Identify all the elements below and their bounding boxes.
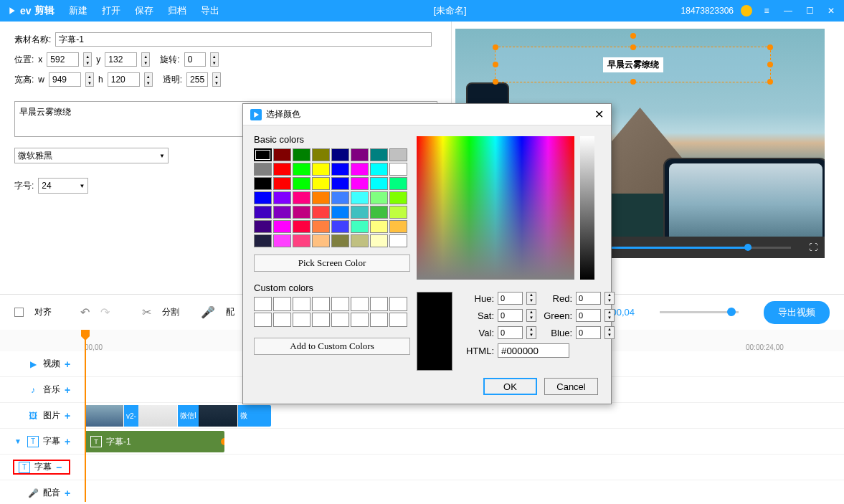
custom-color-slot[interactable] [273, 297, 291, 311]
h-input[interactable] [108, 72, 140, 87]
color-gradient[interactable] [417, 136, 574, 280]
menu-open[interactable]: 打开 [102, 4, 120, 17]
color-swatch[interactable] [312, 148, 330, 161]
redo-button[interactable]: ↷ [100, 305, 110, 319]
menu-archive[interactable]: 归档 [168, 4, 186, 17]
val-spinner[interactable]: ▲▼ [526, 326, 536, 339]
custom-color-slot[interactable] [331, 313, 349, 327]
vip-icon[interactable] [741, 5, 752, 16]
h-spinner[interactable]: ▲▼ [144, 72, 153, 87]
color-swatch[interactable] [312, 234, 330, 247]
custom-color-slot[interactable] [312, 313, 330, 327]
remove-track-button[interactable]: − [56, 462, 62, 473]
custom-color-slot[interactable] [293, 297, 310, 311]
custom-color-slot[interactable] [370, 297, 388, 311]
color-swatch[interactable] [370, 234, 388, 247]
color-swatch[interactable] [331, 163, 349, 176]
custom-color-slot[interactable] [293, 313, 310, 327]
custom-color-slot[interactable] [254, 297, 272, 311]
cancel-button[interactable]: Cancel [544, 378, 598, 395]
fullscreen-button[interactable]: ⛶ [809, 242, 817, 252]
menu-save[interactable]: 保存 [135, 4, 153, 17]
color-swatch[interactable] [331, 220, 349, 233]
sat-spinner[interactable]: ▲▼ [526, 309, 536, 322]
color-swatch[interactable] [389, 234, 407, 247]
color-swatch[interactable] [370, 206, 388, 219]
rotate-handle[interactable] [630, 33, 636, 39]
custom-color-slot[interactable] [254, 313, 272, 327]
color-swatch[interactable] [293, 206, 310, 219]
color-swatch[interactable] [351, 177, 369, 190]
color-swatch[interactable] [254, 191, 272, 204]
color-swatch[interactable] [293, 234, 310, 247]
green-spinner[interactable]: ▲▼ [604, 309, 615, 322]
color-swatch[interactable] [293, 177, 310, 190]
color-swatch[interactable] [312, 191, 330, 204]
dialog-close-button[interactable]: ✕ [594, 108, 604, 121]
menu-export[interactable]: 导出 [201, 4, 219, 17]
playhead[interactable] [85, 330, 86, 502]
zoom-slider[interactable] [660, 311, 739, 313]
custom-color-slot[interactable] [351, 313, 369, 327]
color-swatch[interactable] [312, 177, 330, 190]
color-swatch[interactable] [370, 177, 388, 190]
color-swatch[interactable] [273, 163, 291, 176]
resize-handle[interactable] [767, 79, 773, 85]
red-spinner[interactable]: ▲▼ [604, 292, 615, 305]
resize-handle[interactable] [493, 62, 498, 67]
color-swatch[interactable] [331, 206, 349, 219]
image-clip[interactable]: v2- 微信I 微 [85, 405, 271, 427]
add-track-button[interactable]: + [65, 488, 70, 499]
color-swatch[interactable] [351, 234, 369, 247]
resize-handle[interactable] [493, 79, 498, 85]
color-swatch[interactable] [312, 163, 330, 176]
custom-color-slot[interactable] [312, 297, 330, 311]
x-input[interactable] [47, 52, 79, 67]
blue-input[interactable] [576, 326, 601, 339]
color-swatch[interactable] [370, 148, 388, 161]
y-input[interactable] [105, 52, 137, 67]
color-swatch[interactable] [351, 191, 369, 204]
add-track-button[interactable]: + [65, 384, 70, 396]
custom-color-slot[interactable] [273, 313, 291, 327]
maximize-button[interactable]: ☐ [802, 4, 817, 18]
blue-spinner[interactable]: ▲▼ [604, 326, 615, 339]
custom-color-slot[interactable] [351, 297, 369, 311]
alpha-spinner[interactable]: ▲▼ [212, 72, 221, 87]
font-combo[interactable]: 微软雅黑▼ [14, 148, 169, 163]
color-swatch[interactable] [351, 220, 369, 233]
resize-handle[interactable] [767, 44, 773, 50]
align-checkbox[interactable] [14, 308, 24, 317]
undo-button[interactable]: ↶ [80, 305, 90, 319]
color-swatch[interactable] [331, 234, 349, 247]
color-swatch[interactable] [331, 191, 349, 204]
color-swatch[interactable] [389, 206, 407, 219]
sat-input[interactable] [498, 309, 523, 322]
color-swatch[interactable] [370, 220, 388, 233]
color-swatch[interactable] [370, 191, 388, 204]
resize-handle[interactable] [630, 79, 636, 85]
html-input[interactable] [498, 343, 569, 358]
custom-color-slot[interactable] [331, 297, 349, 311]
resize-handle[interactable] [493, 44, 498, 50]
add-track-button[interactable]: + [65, 410, 70, 422]
color-swatch[interactable] [254, 163, 272, 176]
subtitle-overlay[interactable]: 早晨云雾缭绕 [495, 47, 771, 82]
add-track-button[interactable]: + [65, 358, 70, 370]
val-input[interactable] [498, 326, 523, 339]
color-swatch[interactable] [389, 191, 407, 204]
w-spinner[interactable]: ▲▼ [85, 72, 94, 87]
hue-input[interactable] [498, 292, 523, 305]
color-swatch[interactable] [254, 220, 272, 233]
menu-icon[interactable]: ≡ [759, 4, 774, 18]
dialog-titlebar[interactable]: 选择颜色 ✕ [243, 104, 611, 125]
color-swatch[interactable] [254, 148, 272, 161]
resize-handle[interactable] [767, 62, 773, 67]
close-button[interactable]: ✕ [824, 4, 838, 18]
mic-icon[interactable]: 🎤 [201, 305, 215, 319]
add-custom-color-button[interactable]: Add to Custom Colors [254, 338, 410, 355]
color-swatch[interactable] [273, 220, 291, 233]
color-swatch[interactable] [389, 220, 407, 233]
color-swatch[interactable] [273, 234, 291, 247]
custom-color-slot[interactable] [389, 297, 407, 311]
